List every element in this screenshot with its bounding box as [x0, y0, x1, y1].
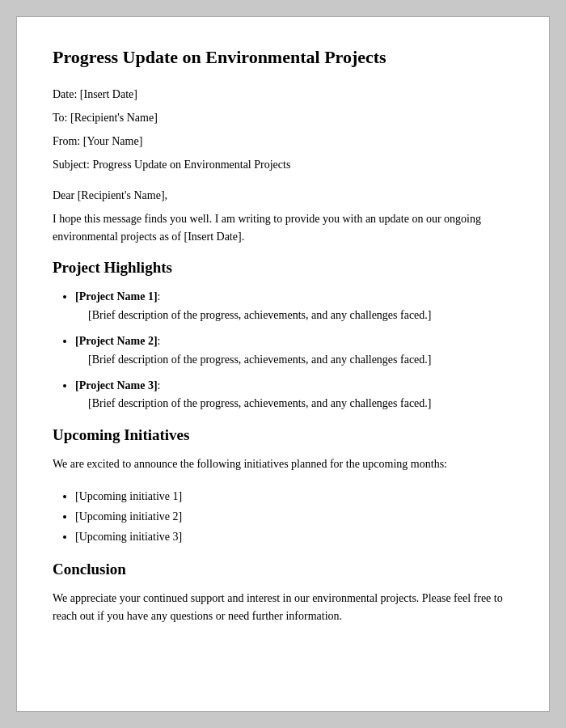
project-name-1: [Project Name 1] — [75, 290, 158, 303]
list-item: [Upcoming initiative 2] — [75, 506, 513, 527]
project-name-3: [Project Name 3] — [75, 379, 158, 392]
initiative-1: [Upcoming initiative 1] — [75, 490, 182, 502]
meta-date: Date: [Insert Date] — [53, 86, 513, 103]
conclusion-text: We appreciate your continued support and… — [53, 590, 513, 626]
project-description-2: [Brief description of the progress, achi… — [75, 351, 513, 369]
list-item: [Project Name 2]: [Brief description of … — [75, 332, 513, 369]
greeting-block: Dear [Recipient's Name], I hope this mes… — [53, 189, 513, 247]
project-highlights-list: [Project Name 1]: [Brief description of … — [53, 288, 513, 413]
meta-to: To: [Recipient's Name] — [53, 109, 513, 126]
list-item: [Upcoming initiative 1] — [75, 486, 513, 506]
conclusion-heading: Conclusion — [53, 561, 513, 578]
meta-subject: Subject: Progress Update on Environmenta… — [53, 156, 513, 173]
document-container: Progress Update on Environmental Project… — [16, 16, 550, 712]
project-description-1: [Brief description of the progress, achi… — [75, 307, 513, 324]
meta-from: From: [Your Name] — [53, 133, 513, 150]
initiatives-list: [Upcoming initiative 1] [Upcoming initia… — [53, 486, 513, 548]
list-item: [Project Name 3]: [Brief description of … — [75, 377, 513, 413]
greeting-text: Dear [Recipient's Name], — [53, 189, 513, 202]
project-name-2: [Project Name 2] — [75, 335, 158, 347]
project-description-3: [Brief description of the progress, achi… — [75, 395, 513, 413]
initiatives-heading: Upcoming Initiatives — [53, 426, 513, 444]
list-item: [Project Name 1]: [Brief description of … — [75, 288, 513, 324]
highlights-heading: Project Highlights — [53, 259, 513, 277]
intro-paragraph: I hope this message finds you well. I am… — [53, 210, 513, 247]
initiatives-intro: We are excited to announce the following… — [53, 455, 513, 473]
document-title: Progress Update on Environmental Project… — [53, 46, 513, 70]
list-item: [Upcoming initiative 3] — [75, 527, 513, 547]
initiative-2: [Upcoming initiative 2] — [75, 510, 182, 523]
initiative-3: [Upcoming initiative 3] — [75, 531, 182, 543]
